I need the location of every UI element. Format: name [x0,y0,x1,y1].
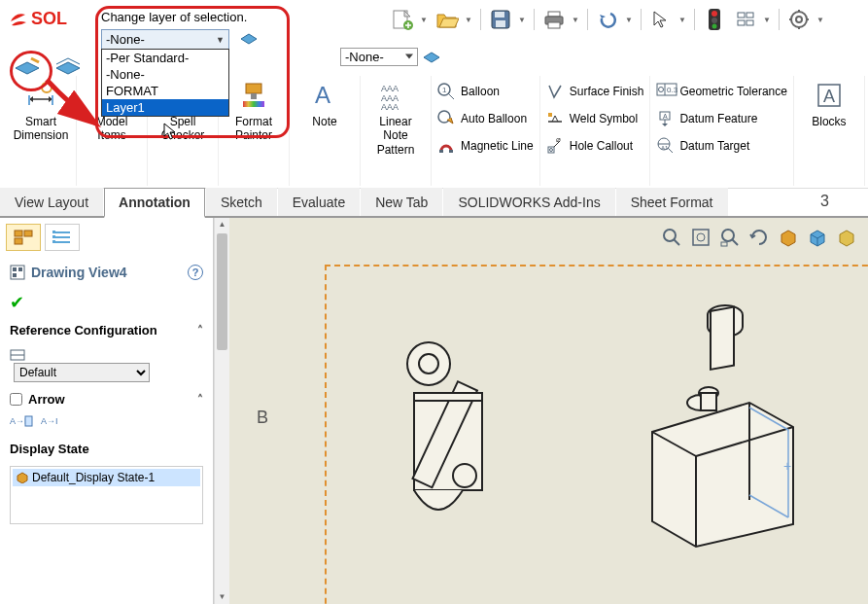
blocks-button[interactable]: A Blocks [800,76,858,128]
undo-dropdown[interactable]: ▼ [625,16,635,24]
layer-combo[interactable]: -None- ▼ [101,29,229,50]
layer-toolbar-1-icon[interactable] [14,56,43,78]
help-icon[interactable]: ? [188,265,203,280]
tab-sketch[interactable]: Sketch [206,188,277,216]
scroll-thumb[interactable] [217,233,227,350]
tab-view-layout[interactable]: View Layout [0,188,103,216]
svg-rect-3 [495,12,504,18]
tab-addins[interactable]: SOLIDWORKS Add-Ins [443,188,614,216]
arrow-dir-2-icon[interactable]: A→I [41,414,64,428]
hole-callout-button[interactable]: ⌀Hole Callout [546,134,644,158]
view-rotate-icon[interactable] [746,224,773,251]
datum-target-button[interactable]: A1Datum Target [656,134,787,158]
ok-check-icon[interactable]: ✔ [0,288,213,317]
tab-annotation[interactable]: Annotation [104,188,205,218]
panel-tab-2[interactable] [45,224,80,251]
scroll-up-icon[interactable]: ▲ [215,218,229,231]
scroll-down-icon[interactable]: ▼ [215,590,229,604]
layer-option-layer1[interactable]: Layer1 [102,99,228,116]
datum-feature-button[interactable]: ADatum Feature [656,107,787,130]
save-dropdown[interactable]: ▼ [518,16,528,24]
note-label: Note [312,115,336,128]
linear-note-pattern-button[interactable]: AAAAAAAAA Linear Note Pattern [366,76,425,157]
svg-rect-79 [52,231,55,233]
tab-new[interactable]: New Tab [361,188,442,216]
config-icon [10,347,203,363]
svg-rect-31 [251,93,257,99]
magnetic-line-label: Magnetic Line [461,139,534,153]
select-dropdown[interactable]: ▼ [678,16,688,24]
save-button[interactable] [487,6,514,33]
zoom-window-icon[interactable] [658,224,685,251]
open-button[interactable] [434,6,461,33]
surface-finish-button[interactable]: Surface Finish [546,80,644,103]
balloon-label: Balloon [461,85,500,98]
layer-eraser-icon[interactable] [239,29,259,45]
tab-evaluate[interactable]: Evaluate [278,188,360,216]
layer-select-secondary[interactable]: -None- [340,48,418,66]
svg-rect-106 [414,393,482,401]
section-view-icon[interactable] [775,224,802,251]
layer-toolbar-2-icon[interactable] [54,56,84,78]
blocks-label: Blocks [812,115,846,128]
print-button[interactable] [540,6,568,33]
svg-point-17 [796,17,802,22]
drawing-view-iso[interactable]: + [633,296,808,549]
layer-move-icon[interactable] [422,48,443,65]
ref-config-select[interactable]: Default [14,363,150,382]
display-state-item[interactable]: Default_Display State-1 [13,469,200,486]
new-button[interactable] [389,6,416,33]
traffic-light-icon[interactable] [701,6,728,33]
panel-title-row: Drawing View4 ? [0,257,213,288]
linear-note-pattern-icon: AAAAAAAAA [380,80,411,111]
drawing-view-front[interactable] [385,335,511,558]
layer-combo-value: -None- [106,32,145,47]
balloon-button[interactable]: 1Balloon [437,80,534,103]
auto-balloon-button[interactable]: Auto Balloon [437,107,534,130]
ref-config-section[interactable]: Reference Configuration˄ [0,317,213,343]
svg-text:A: A [315,82,330,108]
arrow-checkbox[interactable] [10,393,22,406]
format-painter-button[interactable]: Format Painter [225,76,283,143]
smart-dimension-button[interactable]: Smart Dimension [12,76,70,143]
zoom-area-icon[interactable] [716,224,744,251]
svg-text:A: A [823,87,835,106]
chevron-up-icon: ˄ [197,393,203,407]
print-dropdown[interactable]: ▼ [572,16,581,24]
tab-sheet-format[interactable]: Sheet Format [616,188,728,216]
display-state-section[interactable]: Display State [0,436,213,462]
new-dropdown[interactable]: ▼ [420,16,430,24]
svg-point-10 [712,18,717,23]
panel-tab-1[interactable] [6,224,41,251]
layer-option-format[interactable]: FORMAT [102,83,228,99]
select-button[interactable] [647,6,675,33]
display-style-icon[interactable] [804,224,831,251]
svg-rect-85 [13,273,17,277]
weld-symbol-button[interactable]: Weld Symbol [546,107,644,130]
settings-dropdown[interactable]: ▼ [816,16,826,24]
settings-gear-icon[interactable] [785,6,813,33]
options-button[interactable] [732,6,759,33]
undo-button[interactable] [594,6,621,33]
panel-scrollbar[interactable]: ▲ ▼ [214,218,229,604]
svg-rect-30 [246,84,261,93]
layer-option-none[interactable]: -None- [102,66,228,83]
balloon-icon: 1 [437,83,455,100]
arrow-dir-1-icon[interactable]: A→I [10,414,33,428]
svg-rect-97 [721,242,727,246]
magnetic-line-button[interactable]: Magnetic Line [437,134,534,158]
svg-text:1: 1 [442,86,447,94]
main-area: Drawing View4 ? ✔ Reference Configuratio… [0,218,868,604]
geometric-tolerance-button[interactable]: 0.3Geometric Tolerance [656,80,787,103]
open-dropdown[interactable]: ▼ [465,16,474,24]
zoom-fit-icon[interactable] [687,224,714,251]
layer-dropdown-list[interactable]: -Per Standard- -None- FORMAT Layer1 [101,49,229,117]
options-dropdown[interactable]: ▼ [763,16,773,24]
hide-show-icon[interactable] [833,224,860,251]
display-state-list[interactable]: Default_Display State-1 [10,466,203,524]
note-button[interactable]: A Note [295,76,354,128]
drawing-canvas[interactable]: B [229,218,868,604]
layer-option-per-standard[interactable]: -Per Standard- [102,50,228,66]
arrow-section[interactable]: Arrow ˄ [0,386,213,412]
app-title-text: SOL [31,9,67,29]
